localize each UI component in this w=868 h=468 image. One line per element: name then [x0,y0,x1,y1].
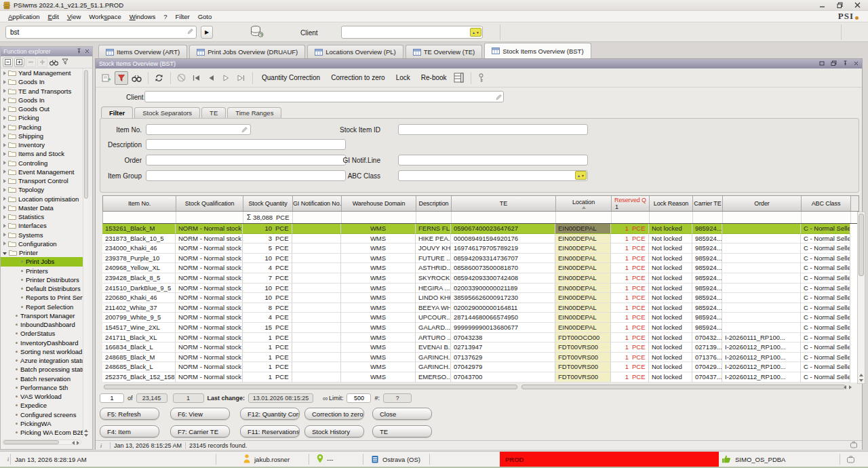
export-icon[interactable] [100,71,113,85]
column-header-warehouse-domain[interactable]: Warehouse Domain [342,196,416,211]
filter-tab-stock-separators[interactable]: Stock Separators [134,107,200,118]
tree-item-printer[interactable]: Printer [1,248,83,257]
tree-item-controling[interactable]: Controling [1,159,83,168]
column-header-item-no[interactable]: Item No. [103,196,176,211]
run-search-button[interactable]: ▶ [201,26,213,39]
scroll-up-icon[interactable] [859,374,863,376]
column-config-icon[interactable] [452,71,466,85]
description-input[interactable] [146,139,346,150]
filter-toggle-icon[interactable] [115,71,128,85]
correction-to-zero-button[interactable]: Correction to zero [331,74,384,81]
tree-item-default-distributors[interactable]: Default Distributors [1,284,83,293]
tree-item-yard-management[interactable]: Yard Management [1,69,83,77]
refresh-icon[interactable] [152,71,165,85]
scroll-up-icon[interactable] [84,429,88,432]
te-button[interactable]: TE [372,425,432,437]
f11-reservations-button[interactable]: F11: Reservations [240,425,300,437]
quick-search-input[interactable] [5,26,197,39]
filter-tab-filter[interactable]: Filter [101,106,133,118]
filter-icon[interactable] [60,58,71,67]
sidebar-vertical-scrollbar[interactable] [83,69,88,438]
tree-item-event-management[interactable]: Event Management [1,168,83,176]
scrollbar-thumb[interactable] [859,214,864,276]
limit-input[interactable] [347,393,371,403]
column-header-abc-class[interactable]: ABC Class [802,196,851,211]
scroll-right-icon[interactable] [77,441,79,445]
column-header-stock-quantity[interactable]: Stock Quantity [243,196,293,211]
next-record-icon[interactable] [219,71,233,85]
menu-item-item[interactable]: ? [159,12,171,22]
table-row[interactable]: 220680_Khaki_46NORM - Normal stock10PCEW… [102,293,859,303]
scrollbar-thumb[interactable] [84,70,88,199]
menu-item-goto[interactable]: Goto [194,12,216,22]
column-header-order[interactable]: Order [723,196,802,211]
table-vertical-scrollbar[interactable] [857,212,865,384]
tab-print-jobs-overview-druauf[interactable]: Print Jobs Overview (DRUAUF) [189,45,305,58]
tree-item-transport-manager[interactable]: Transport Manager [1,311,83,320]
tab-locations-overview-pl[interactable]: Locations Overview (PL) [307,45,403,58]
page-input[interactable] [100,393,124,403]
column-header-location[interactable]: Location [556,196,612,211]
tree-item-batch-processing-status[interactable]: Batch processing status [1,365,83,374]
scrollbar-thumb[interactable] [104,385,517,389]
tree-item-vas-workload[interactable]: VAS Workload [1,392,83,401]
table-row[interactable]: 239428_Black_8_5NORM - Normal stock7PCEW… [102,273,859,284]
pin-icon[interactable] [77,48,81,55]
first-record-icon[interactable] [189,71,203,85]
column-header-reserved-q[interactable]: Reserved Q1 [612,196,650,211]
tree-item-picking-wa-ecom-b2b[interactable]: Picking WA Ecom B2B [1,428,83,437]
tree-item-report-selection[interactable]: Report Selection [1,303,83,311]
table-row[interactable]: 153261_Black_MNORM - Normal stock10PCEWM… [102,224,859,234]
tree-item-performance-5th[interactable]: Performance 5th [1,383,83,392]
abc-class-input[interactable] [398,170,588,181]
tree-item-configured-screens[interactable]: Configured screens [1,410,83,419]
tab-te-overview-te[interactable]: TE Overview (TE) [406,45,482,58]
close-button[interactable] [853,2,861,9]
re-book-button[interactable]: Re-book [421,74,447,81]
column-header-gi-notification-no[interactable]: GI Notification No. [293,196,342,211]
last-record-icon[interactable] [234,71,248,85]
f6-view-button[interactable]: F6: View [170,408,230,420]
minimize-panel-icon[interactable] [819,60,825,67]
table-row[interactable]: 241711_Black_XLNORM - Normal stock1PCEWM… [102,333,859,343]
tree-item-orderstatus[interactable]: OrderStatus [1,329,83,338]
tree-item-pickingwa[interactable]: PickingWA [1,419,83,428]
tree-item-print-jobs[interactable]: Print Jobs [1,257,83,266]
table-row[interactable]: 252376_Black_152_158NORM - Normal stock1… [102,372,859,383]
infinity-icon[interactable]: ∞ [323,394,328,402]
tab-stock-items-overview-bst[interactable]: Stock Items Overview (BST) [484,43,591,58]
table-row[interactable]: 166834_Black_LNORM - Normal stock1PCEWMS… [102,343,859,353]
lock-button[interactable]: Lock [396,74,410,81]
table-row[interactable]: 248685_Black_LNORM - Normal stock1PCEWMS… [102,362,859,372]
device-icon[interactable] [850,441,858,450]
tree-item-picking[interactable]: Picking [1,113,83,122]
client-input[interactable] [341,26,483,39]
tree-item-sorting-nest-workload[interactable]: Sorting nest workload [1,347,83,356]
table-row[interactable]: 231873_Black_10_5NORM - Normal stock3PCE… [102,234,859,244]
scrollbar-thumb[interactable] [521,385,846,389]
device-icon[interactable] [846,452,855,467]
tree-item-topology[interactable]: Topology [1,185,83,194]
collapse-all-button[interactable] [3,58,13,67]
f4-item-button[interactable]: F4: Item [100,425,159,437]
stock-item-id-input[interactable] [398,124,588,135]
menu-item-view[interactable]: View [63,12,85,22]
f5-refresh-button[interactable]: F5: Refresh [100,408,159,420]
close-panel-icon[interactable] [854,60,859,67]
scroll-right-icon[interactable] [849,385,852,389]
tree-item-location-optimisation[interactable]: Location optimisation [1,195,83,203]
menu-item-workspace[interactable]: Workspace [85,12,125,22]
table-row[interactable]: 154517_Wine_2XLNORM - Normal stock15PCEW… [102,323,859,333]
search-binoculars-icon[interactable] [49,58,59,67]
tree-item-inventorydashboard[interactable]: InventoryDashboard [1,338,83,347]
client-sort-button[interactable]: ▲▼ [470,28,481,37]
menu-item-windows[interactable]: Windows [125,12,160,22]
table-horizontal-scrollbar[interactable] [102,385,852,390]
tree-item-items-and-stock[interactable]: Items and Stock [1,149,83,158]
tree-item-interfaces[interactable]: Interfaces [1,221,83,230]
tree-item-goods-out[interactable]: Goods Out [1,104,83,113]
stock-history-button[interactable]: Stock History [304,425,364,437]
column-header-te[interactable]: TE [452,196,556,211]
f12-quantity-corr-button[interactable]: F12: Quantity Corr... [240,408,300,420]
tree-item-azure-integration-status[interactable]: Azure integration status [1,356,83,365]
